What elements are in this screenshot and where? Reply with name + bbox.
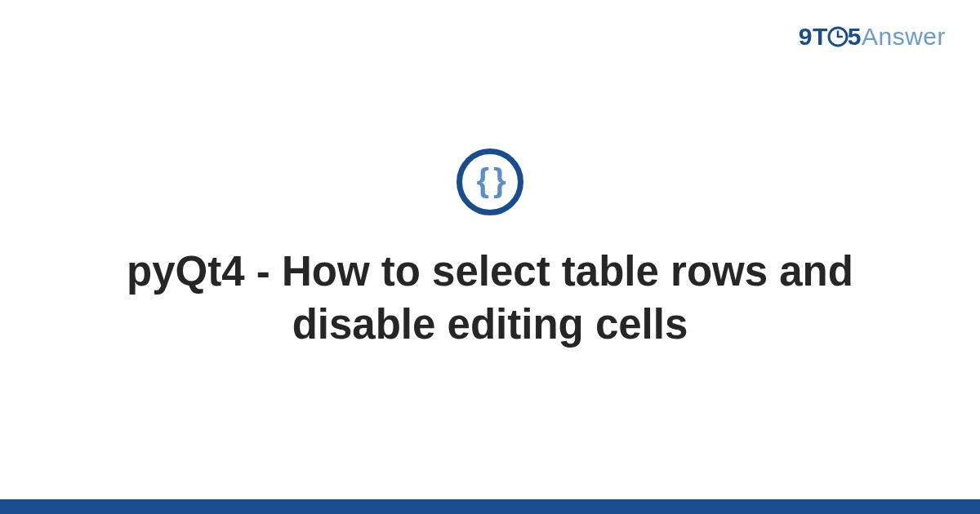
- code-badge-icon: { }: [457, 148, 523, 215]
- page-title: pyQt4 - How to select table rows and dis…: [41, 245, 939, 352]
- footer-accent-bar: [0, 499, 980, 514]
- code-badge-symbol: { }: [476, 164, 503, 197]
- main-content: { } pyQt4 - How to select table rows and…: [0, 0, 980, 499]
